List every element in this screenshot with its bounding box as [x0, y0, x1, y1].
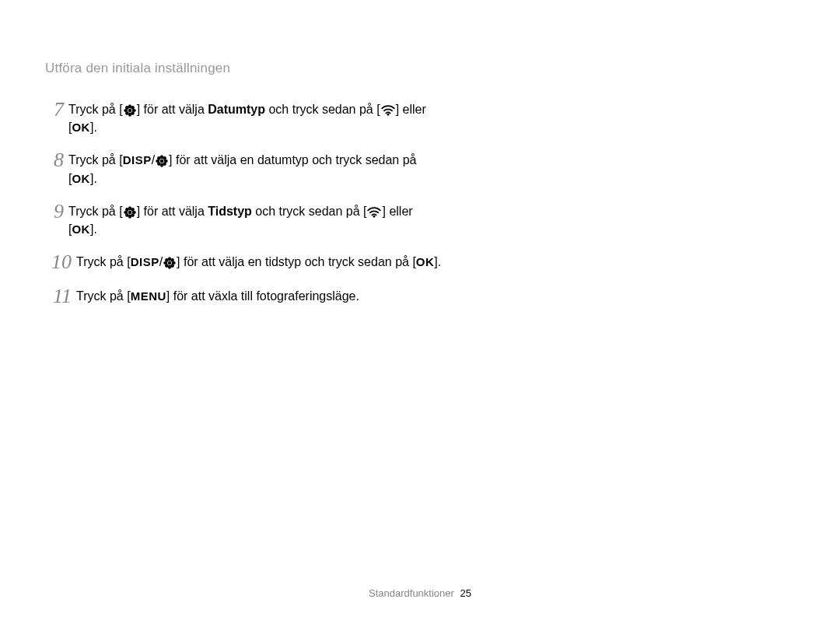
step-text-segment: Tryck på [ [76, 255, 131, 268]
svg-point-5 [125, 106, 129, 110]
step-text-segment: Tryck på [ [68, 205, 123, 218]
flower-icon-wrapper [155, 155, 169, 167]
instruction-step: 8Tryck på [DISP/] för att välja en datum… [45, 150, 442, 187]
page-footer: Standardfunktioner 25 [0, 587, 840, 599]
step-text-segment: ] för att välja [137, 103, 208, 116]
step-number: 8 [45, 150, 68, 170]
step-text-segment: ] för att välja en tidstyp och tryck sed… [177, 255, 416, 268]
wifi-icon [381, 105, 395, 116]
svg-point-9 [387, 114, 389, 116]
ok-button-label: OK [72, 172, 90, 185]
instruction-step: 11Tryck på [MENU] för att växla till fot… [45, 286, 442, 306]
step-bold-term: Tidstyp [208, 205, 252, 218]
flower-icon-wrapper [163, 257, 177, 269]
step-text-segment: ]. [90, 172, 97, 185]
step-text-segment: Tryck på [ [68, 153, 123, 166]
step-text-segment: Tryck på [ [68, 103, 123, 116]
wifi-icon-wrapper [366, 207, 382, 218]
step-text-segment: Tryck på [ [76, 289, 131, 303]
step-bold-term: Datumtyp [208, 103, 265, 116]
ok-button-label: OK [416, 255, 435, 268]
step-text: Tryck på [] för att välja Tidstyp och tr… [68, 201, 442, 238]
step-number: 10 [45, 252, 76, 272]
step-number: 11 [45, 286, 76, 306]
svg-point-7 [125, 111, 129, 115]
svg-point-29 [168, 261, 171, 264]
step-number: 9 [45, 201, 68, 222]
svg-point-24 [125, 208, 129, 212]
instruction-step: 9Tryck på [] för att välja Tidstyp och t… [45, 201, 442, 238]
instruction-list: 7Tryck på [] för att välja Datumtyp och … [45, 100, 442, 321]
svg-point-17 [157, 162, 161, 166]
svg-point-18 [163, 162, 166, 166]
disp-button-label: DISP [123, 153, 152, 166]
flower-icon-wrapper [123, 104, 137, 117]
step-text: Tryck på [MENU] för att växla till fotog… [76, 286, 359, 305]
svg-point-36 [165, 264, 169, 268]
page-header: Utföra den initiala inställningen [45, 61, 230, 76]
instruction-step: 10Tryck på [DISP/] för att välja en tids… [45, 252, 442, 272]
disp-button-label: DISP [131, 255, 159, 268]
svg-point-35 [170, 258, 174, 262]
svg-point-26 [125, 213, 129, 217]
svg-point-28 [373, 215, 376, 217]
flower-icon [124, 104, 136, 117]
step-text: Tryck på [DISP/] för att välja en datumt… [68, 150, 442, 187]
menu-button-label: MENU [131, 289, 166, 303]
svg-point-0 [128, 109, 131, 112]
step-text-segment: ] för att välja [137, 205, 208, 218]
svg-point-6 [131, 106, 135, 110]
flower-icon [156, 155, 168, 167]
step-text-segment: ] för att växla till fotograferingsläge. [166, 289, 359, 303]
flower-icon-wrapper [123, 206, 137, 219]
wifi-icon-wrapper [380, 105, 396, 116]
step-text-segment: ]. [90, 121, 97, 134]
svg-point-8 [131, 111, 135, 115]
svg-point-25 [131, 208, 135, 212]
footer-section: Standardfunktioner [369, 587, 454, 599]
svg-point-15 [157, 156, 161, 160]
flower-icon [124, 206, 136, 219]
svg-point-37 [170, 264, 174, 268]
svg-point-27 [131, 213, 135, 217]
svg-point-34 [165, 258, 169, 262]
instruction-step: 7Tryck på [] för att välja Datumtyp och … [45, 100, 442, 136]
step-text-segment: och tryck sedan på [ [252, 205, 367, 218]
step-text-segment: ]. [434, 255, 441, 268]
svg-point-19 [128, 210, 131, 213]
step-text-segment: ]. [90, 222, 97, 236]
svg-point-16 [163, 156, 166, 160]
wifi-icon [367, 207, 381, 218]
step-number: 7 [45, 100, 68, 120]
ok-button-label: OK [72, 222, 90, 236]
ok-button-label: OK [72, 121, 90, 134]
svg-point-10 [160, 159, 163, 163]
step-text: Tryck på [] för att välja Datumtyp och t… [68, 100, 442, 136]
step-text-segment: och tryck sedan på [ [265, 103, 380, 116]
footer-page-number: 25 [460, 587, 471, 599]
step-text: Tryck på [DISP/] för att välja en tidsty… [76, 252, 441, 271]
flower-icon [163, 257, 176, 269]
